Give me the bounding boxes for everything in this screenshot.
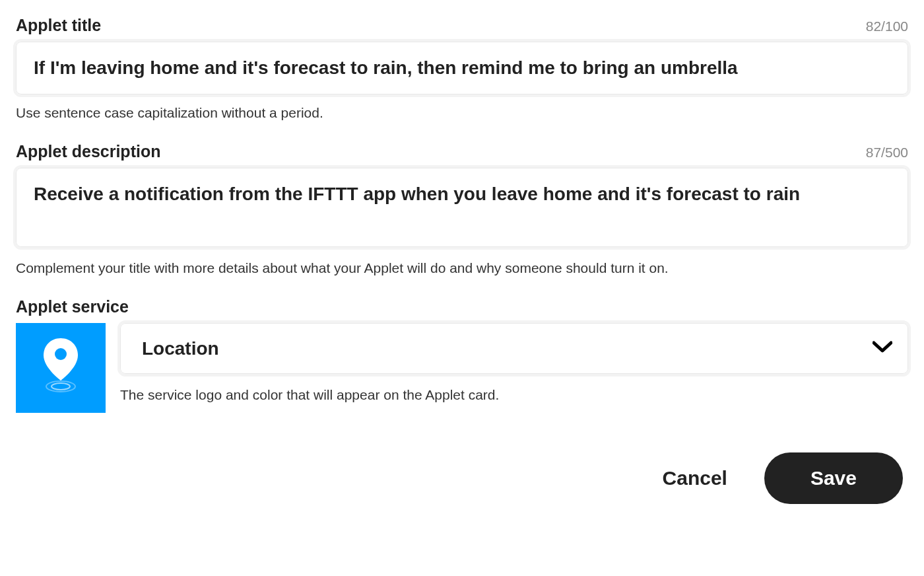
description-hint: Complement your title with more details …: [16, 260, 908, 276]
title-header: Applet title 82/100: [16, 16, 908, 35]
service-select[interactable]: Location: [120, 323, 908, 374]
service-label: Applet service: [16, 297, 129, 316]
applet-description-section: Applet description 87/500 Complement you…: [16, 142, 908, 276]
svg-point-0: [55, 348, 67, 360]
cancel-button[interactable]: Cancel: [663, 467, 727, 489]
description-header: Applet description 87/500: [16, 142, 908, 161]
applet-description-input[interactable]: [16, 168, 908, 247]
applet-title-input[interactable]: [16, 42, 908, 94]
description-char-counter: 87/500: [866, 145, 908, 161]
applet-service-section: Applet service Location: [16, 297, 908, 413]
description-label: Applet description: [16, 142, 160, 161]
title-label: Applet title: [16, 16, 101, 35]
title-char-counter: 82/100: [866, 18, 908, 34]
service-logo-tile: [16, 323, 106, 413]
service-right-column: Location The service logo and color that…: [120, 323, 908, 403]
save-button[interactable]: Save: [764, 452, 903, 504]
svg-point-1: [51, 383, 70, 390]
service-select-wrap: Location: [120, 323, 908, 374]
button-row: Cancel Save: [16, 452, 908, 504]
location-pin-icon: [40, 338, 82, 398]
service-header: Applet service: [16, 297, 908, 316]
service-row: Location The service logo and color that…: [16, 323, 908, 413]
applet-title-section: Applet title 82/100 Use sentence case ca…: [16, 16, 908, 121]
service-hint: The service logo and color that will app…: [120, 387, 908, 403]
title-hint: Use sentence case capitalization without…: [16, 105, 908, 121]
